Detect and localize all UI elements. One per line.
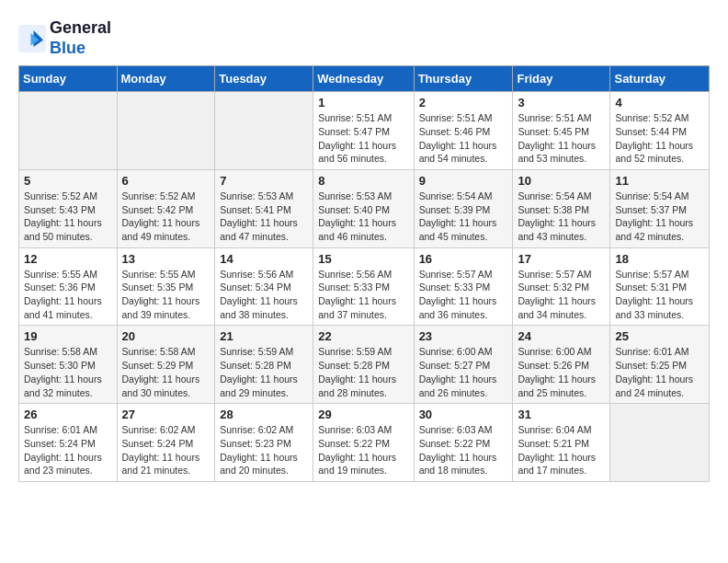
- weekday-row: SundayMondayTuesdayWednesdayThursdayFrid…: [19, 66, 710, 92]
- day-info: Sunrise: 5:51 AM Sunset: 5:45 PM Dayligh…: [518, 111, 605, 166]
- calendar-cell: 11Sunrise: 5:54 AM Sunset: 5:37 PM Dayli…: [610, 169, 710, 247]
- calendar-cell: 26Sunrise: 6:01 AM Sunset: 5:24 PM Dayli…: [19, 404, 118, 482]
- day-number: 8: [318, 174, 408, 188]
- day-number: 14: [220, 252, 308, 266]
- day-info: Sunrise: 5:53 AM Sunset: 5:40 PM Dayligh…: [318, 190, 408, 244]
- calendar-cell: 9Sunrise: 5:54 AM Sunset: 5:39 PM Daylig…: [414, 169, 513, 247]
- day-number: 18: [615, 252, 704, 266]
- logo-icon: [18, 25, 46, 52]
- calendar-cell: 30Sunrise: 6:03 AM Sunset: 5:22 PM Dayli…: [414, 404, 513, 482]
- day-info: Sunrise: 5:59 AM Sunset: 5:28 PM Dayligh…: [220, 345, 308, 399]
- calendar-cell: 28Sunrise: 6:02 AM Sunset: 5:23 PM Dayli…: [215, 404, 313, 482]
- day-number: 27: [122, 408, 210, 421]
- day-number: 16: [419, 252, 508, 266]
- day-info: Sunrise: 5:55 AM Sunset: 5:36 PM Dayligh…: [24, 268, 112, 322]
- day-number: 13: [122, 252, 210, 266]
- calendar-body: 1Sunrise: 5:51 AM Sunset: 5:47 PM Daylig…: [19, 92, 710, 482]
- day-number: 24: [518, 329, 605, 343]
- day-number: 29: [318, 408, 408, 421]
- weekday-header: Monday: [117, 66, 215, 92]
- calendar-cell: 27Sunrise: 6:02 AM Sunset: 5:24 PM Dayli…: [117, 404, 215, 482]
- day-number: 5: [24, 174, 112, 188]
- day-number: 15: [318, 252, 408, 266]
- calendar-cell: [610, 404, 710, 482]
- calendar: SundayMondayTuesdayWednesdayThursdayFrid…: [18, 65, 710, 482]
- day-number: 17: [518, 252, 605, 266]
- day-number: 23: [419, 329, 508, 343]
- calendar-cell: 20Sunrise: 5:58 AM Sunset: 5:29 PM Dayli…: [117, 326, 215, 404]
- day-info: Sunrise: 5:53 AM Sunset: 5:41 PM Dayligh…: [220, 190, 308, 244]
- page: General Blue SundayMondayTuesdayWednesda…: [0, 0, 728, 491]
- calendar-cell: 10Sunrise: 5:54 AM Sunset: 5:38 PM Dayli…: [513, 169, 610, 247]
- calendar-week: 1Sunrise: 5:51 AM Sunset: 5:47 PM Daylig…: [19, 92, 710, 170]
- day-number: 31: [518, 408, 605, 421]
- calendar-cell: 31Sunrise: 6:04 AM Sunset: 5:21 PM Dayli…: [513, 404, 610, 482]
- logo-text: General Blue: [50, 18, 111, 58]
- calendar-cell: [215, 92, 313, 170]
- calendar-cell: 18Sunrise: 5:57 AM Sunset: 5:31 PM Dayli…: [610, 247, 710, 326]
- calendar-cell: 7Sunrise: 5:53 AM Sunset: 5:41 PM Daylig…: [215, 169, 313, 247]
- calendar-cell: 13Sunrise: 5:55 AM Sunset: 5:35 PM Dayli…: [117, 247, 215, 326]
- calendar-cell: 15Sunrise: 5:56 AM Sunset: 5:33 PM Dayli…: [313, 247, 414, 326]
- day-info: Sunrise: 5:52 AM Sunset: 5:44 PM Dayligh…: [615, 111, 704, 166]
- calendar-week: 19Sunrise: 5:58 AM Sunset: 5:30 PM Dayli…: [19, 326, 710, 404]
- day-number: 26: [24, 408, 112, 421]
- calendar-cell: 21Sunrise: 5:59 AM Sunset: 5:28 PM Dayli…: [215, 326, 313, 404]
- day-info: Sunrise: 6:01 AM Sunset: 5:25 PM Dayligh…: [615, 345, 704, 399]
- day-info: Sunrise: 6:03 AM Sunset: 5:22 PM Dayligh…: [318, 423, 408, 477]
- weekday-header: Tuesday: [215, 66, 313, 92]
- calendar-cell: 23Sunrise: 6:00 AM Sunset: 5:27 PM Dayli…: [414, 326, 513, 404]
- calendar-cell: 4Sunrise: 5:52 AM Sunset: 5:44 PM Daylig…: [610, 92, 710, 170]
- day-number: 3: [518, 96, 605, 109]
- calendar-cell: 22Sunrise: 5:59 AM Sunset: 5:28 PM Dayli…: [313, 326, 414, 404]
- day-number: 20: [122, 329, 210, 343]
- day-number: 25: [615, 329, 704, 343]
- weekday-header: Saturday: [610, 66, 710, 92]
- day-info: Sunrise: 6:03 AM Sunset: 5:22 PM Dayligh…: [419, 423, 508, 477]
- day-number: 1: [318, 96, 408, 109]
- day-info: Sunrise: 5:58 AM Sunset: 5:30 PM Dayligh…: [24, 345, 112, 399]
- day-info: Sunrise: 5:51 AM Sunset: 5:46 PM Dayligh…: [419, 111, 508, 166]
- day-info: Sunrise: 6:01 AM Sunset: 5:24 PM Dayligh…: [24, 423, 112, 477]
- calendar-cell: 12Sunrise: 5:55 AM Sunset: 5:36 PM Dayli…: [19, 247, 118, 326]
- day-info: Sunrise: 6:02 AM Sunset: 5:24 PM Dayligh…: [122, 423, 210, 477]
- day-number: 12: [24, 252, 112, 266]
- day-info: Sunrise: 5:55 AM Sunset: 5:35 PM Dayligh…: [122, 268, 210, 322]
- calendar-week: 5Sunrise: 5:52 AM Sunset: 5:43 PM Daylig…: [19, 169, 710, 247]
- day-info: Sunrise: 5:54 AM Sunset: 5:38 PM Dayligh…: [518, 190, 605, 244]
- calendar-cell: 17Sunrise: 5:57 AM Sunset: 5:32 PM Dayli…: [513, 247, 610, 326]
- calendar-cell: [117, 92, 215, 170]
- day-info: Sunrise: 5:57 AM Sunset: 5:32 PM Dayligh…: [518, 268, 605, 322]
- calendar-cell: 1Sunrise: 5:51 AM Sunset: 5:47 PM Daylig…: [313, 92, 414, 170]
- weekday-header: Sunday: [19, 66, 118, 92]
- weekday-header: Wednesday: [313, 66, 414, 92]
- calendar-cell: 8Sunrise: 5:53 AM Sunset: 5:40 PM Daylig…: [313, 169, 414, 247]
- day-number: 9: [419, 174, 508, 188]
- day-info: Sunrise: 5:52 AM Sunset: 5:42 PM Dayligh…: [122, 190, 210, 244]
- day-number: 6: [122, 174, 210, 188]
- logo: General Blue: [18, 18, 111, 58]
- calendar-cell: 5Sunrise: 5:52 AM Sunset: 5:43 PM Daylig…: [19, 169, 118, 247]
- calendar-cell: [19, 92, 118, 170]
- weekday-header: Friday: [513, 66, 610, 92]
- calendar-cell: 6Sunrise: 5:52 AM Sunset: 5:42 PM Daylig…: [117, 169, 215, 247]
- weekday-header: Thursday: [414, 66, 513, 92]
- day-info: Sunrise: 5:57 AM Sunset: 5:33 PM Dayligh…: [419, 268, 508, 322]
- calendar-cell: 19Sunrise: 5:58 AM Sunset: 5:30 PM Dayli…: [19, 326, 118, 404]
- calendar-week: 26Sunrise: 6:01 AM Sunset: 5:24 PM Dayli…: [19, 404, 710, 482]
- day-number: 28: [220, 408, 308, 421]
- calendar-cell: 3Sunrise: 5:51 AM Sunset: 5:45 PM Daylig…: [513, 92, 610, 170]
- day-info: Sunrise: 6:00 AM Sunset: 5:26 PM Dayligh…: [518, 345, 605, 399]
- calendar-cell: 24Sunrise: 6:00 AM Sunset: 5:26 PM Dayli…: [513, 326, 610, 404]
- day-number: 22: [318, 329, 408, 343]
- calendar-cell: 29Sunrise: 6:03 AM Sunset: 5:22 PM Dayli…: [313, 404, 414, 482]
- day-info: Sunrise: 6:04 AM Sunset: 5:21 PM Dayligh…: [518, 423, 605, 477]
- day-info: Sunrise: 5:51 AM Sunset: 5:47 PM Dayligh…: [318, 111, 408, 166]
- calendar-cell: 2Sunrise: 5:51 AM Sunset: 5:46 PM Daylig…: [414, 92, 513, 170]
- day-info: Sunrise: 5:56 AM Sunset: 5:34 PM Dayligh…: [220, 268, 308, 322]
- day-number: 30: [419, 408, 508, 421]
- calendar-header: SundayMondayTuesdayWednesdayThursdayFrid…: [19, 66, 710, 92]
- day-info: Sunrise: 6:02 AM Sunset: 5:23 PM Dayligh…: [220, 423, 308, 477]
- day-number: 11: [615, 174, 704, 188]
- day-number: 19: [24, 329, 112, 343]
